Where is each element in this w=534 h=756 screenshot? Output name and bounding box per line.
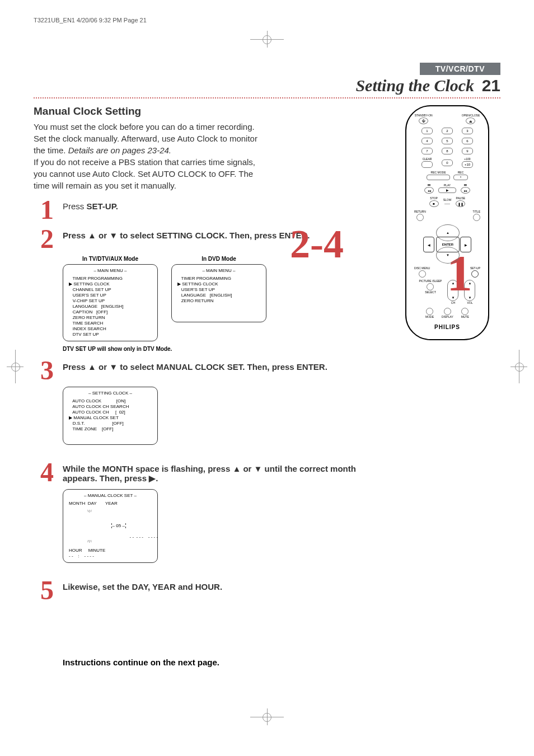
remote-9-button: 9: [462, 148, 473, 154]
section-title: Manual Clock Setting: [34, 105, 383, 118]
remote-0-button: 0: [442, 159, 453, 166]
page-header: T3221UB_EN1 4/20/06 9:32 PM Page 21: [34, 17, 500, 24]
menu3-title: – SETTING CLOCK –: [69, 391, 152, 396]
remote-2-button: 2: [442, 128, 453, 134]
menu1-item: TIME SEARCH: [69, 321, 152, 326]
menu1-item: INDEX SEARCH: [69, 326, 152, 332]
menu1-item: CHANNEL SET UP: [69, 287, 152, 293]
menu1-label: In TV/DTV/AUX Mode: [63, 256, 158, 262]
remote-7-button: 7: [421, 148, 433, 154]
plus10-button: +10: [462, 161, 473, 168]
pause-button: ❚❚: [456, 200, 465, 207]
dpad-left: ◀: [423, 237, 434, 252]
menu3-item: AUTO CLOCK CH [ 02]: [69, 410, 152, 415]
intro-paragraph: You must set the clock before you can do…: [34, 121, 257, 191]
page-title-text: Setting the Clock: [355, 76, 474, 95]
remote-5-button: 5: [442, 138, 453, 144]
standby-label: STANDBY-ON: [415, 114, 433, 117]
menu2-item-selected: SETTING CLOCK: [177, 281, 260, 287]
standby-button: ⏻: [419, 118, 428, 124]
menu2-item: LANGUAGE [ENGLISH]: [177, 293, 260, 298]
setup-button: [471, 270, 479, 278]
openclose-button: ⏏: [466, 118, 475, 124]
picture-button: [427, 283, 434, 290]
step-num-2: 2: [34, 228, 60, 250]
step1-text-a: Press: [63, 201, 87, 211]
divider: [34, 97, 500, 98]
dpad-right: ▶: [460, 237, 471, 252]
manual-clock-menu: – MANUAL CLOCK SET – MONTH DAY YEAR \ | …: [63, 489, 158, 563]
menu3-item: AUTO CLOCK [ON]: [69, 398, 152, 404]
menu1-item: USER'S SET UP: [69, 293, 152, 298]
clear-label: CLEAR: [423, 158, 432, 161]
rec-button: •: [453, 175, 468, 180]
remote-control: STANDBY-ON⏻ OPEN/CLOSE⏏ 1 2 3 4 5 6: [405, 105, 489, 340]
remote-8-button: 8: [442, 148, 453, 154]
stop-button: ■: [429, 200, 439, 207]
brand-label: PHILIPS: [411, 324, 484, 330]
clock-row2: - - : - - - -: [69, 553, 152, 559]
rec-label: REC: [458, 171, 464, 174]
crop-mark-bottom: [250, 708, 284, 725]
menu2-title: – MAIN MENU –: [177, 268, 260, 274]
step-num-4: 4: [34, 462, 60, 483]
stop-label: STOP: [430, 197, 438, 200]
discmenu-button: [419, 270, 426, 278]
plus100-label: +100: [464, 158, 470, 161]
menu3-item: TIME ZONE [OFF]: [69, 426, 152, 432]
step1-text-b: SET-UP.: [87, 201, 118, 211]
page-title: Setting the Clock 21: [34, 76, 500, 95]
menu1-item: V-CHIP SET UP: [69, 298, 152, 304]
menu2-item: TIMER PROGRAMMING: [177, 276, 260, 281]
step-1: 1 Press SET-UP.: [34, 199, 383, 220]
intro-text-2: If you do not receive a PBS station that…: [34, 157, 255, 190]
menu2-item: ZERO RETURN: [177, 298, 260, 304]
remote-6-button: 6: [462, 138, 473, 144]
recmode-bar: [427, 175, 450, 180]
display-button: [444, 308, 451, 315]
dtv-note: DTV SET UP will show only in DTV Mode.: [63, 346, 383, 352]
mute-label: MUTE: [461, 316, 469, 318]
intro-text-1b: Details are on pages 23-24.: [68, 145, 171, 155]
menu2-item: USER'S SET UP: [177, 287, 260, 293]
title-label: TITLE: [472, 210, 480, 213]
crop-mark-right: [510, 350, 527, 383]
slow-label: SLOW: [443, 199, 452, 201]
display-label: DISPLAY: [442, 316, 453, 318]
main-menu-tv: – MAIN MENU – TIMER PROGRAMMING SETTING …: [63, 264, 158, 341]
menu2-label: In DVD Mode: [171, 256, 266, 262]
clear-button: [421, 161, 433, 168]
pause-label: PAUSE: [456, 197, 466, 200]
mode-button: [426, 308, 433, 315]
page-number: 21: [482, 76, 500, 95]
menu1-title: – MAIN MENU –: [69, 268, 152, 274]
step-num-1: 1: [34, 199, 60, 220]
callout-step-range: 2-4: [290, 221, 344, 267]
menu1-item-selected: SETTING CLOCK: [69, 281, 152, 287]
main-menu-dvd: – MAIN MENU – TIMER PROGRAMMING SETTING …: [171, 264, 266, 322]
menu3-item: AUTO CLOCK CH SEARCH: [69, 404, 152, 410]
setting-clock-menu: – SETTING CLOCK – AUTO CLOCK [ON] AUTO C…: [63, 387, 158, 445]
clock-row1-rest: - - - - - - - - -: [126, 534, 158, 539]
remote-dpad: ▲ ◀ ENTER ▶ ▼: [422, 224, 472, 264]
next-button: ▸▸: [461, 187, 470, 194]
remote-4-button: 4: [421, 138, 433, 144]
clock-header2: HOUR MINUTE: [69, 548, 152, 553]
menu3-item-selected: MANUAL CLOCK SET: [69, 415, 152, 421]
crop-mark-left: [7, 350, 24, 383]
play-button: ▶: [438, 187, 456, 193]
picture-label: PICTURE /SLEEP: [419, 280, 442, 283]
step-5: 5 Likewise, set the DAY, YEAR and HOUR.: [34, 580, 383, 601]
dpad-down-ring: ▼: [436, 247, 460, 264]
step4-text: While the MONTH space is flashing, press…: [63, 462, 383, 483]
menu1-item: LANGUAGE [ENGLISH]: [69, 304, 152, 309]
discmenu-label: DISC MENU: [414, 267, 430, 270]
continue-note: Instructions continue on the next page.: [63, 658, 383, 667]
clock-header: MONTH DAY YEAR: [69, 501, 152, 506]
menu1-item: CAPTION [OFF]: [69, 309, 152, 315]
remote-3-button: 3: [462, 128, 473, 134]
mute-button: [461, 308, 469, 315]
recmode-label: REC MODE: [431, 171, 446, 174]
return-label: RETURN: [414, 210, 426, 213]
mode-badge: TV/VCR/DTV: [420, 63, 500, 75]
